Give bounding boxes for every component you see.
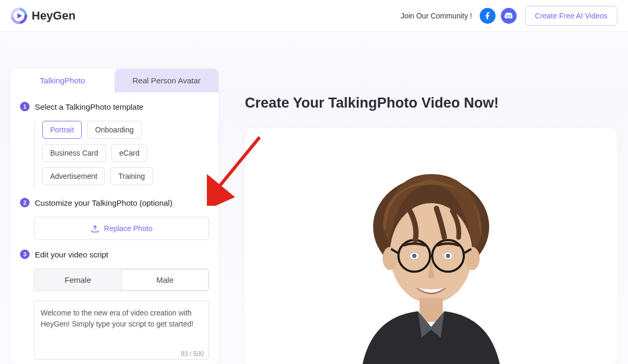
step-1-title: Select a TalkingPhoto template [35, 102, 144, 111]
preview-column: Create Your TalkingPhoto Video Now! [245, 42, 617, 364]
template-training[interactable]: Training [110, 167, 153, 185]
step-2-header: 2 Customize your TalkingPhoto (optional) [20, 198, 209, 207]
step-2-title: Customize your TalkingPhoto (optional) [35, 198, 173, 207]
main-content: TalkingPhoto Real Person Avatar 1 Select… [0, 32, 628, 364]
step-3-header: 3 Edit your video script [20, 250, 209, 259]
step-3-badge: 3 [20, 250, 30, 259]
discord-button[interactable] [501, 8, 517, 24]
upload-icon [90, 224, 100, 233]
svg-point-2 [390, 203, 472, 303]
replace-photo-label: Replace Photo [104, 224, 153, 233]
template-business-card[interactable]: Business Card [42, 144, 106, 162]
template-ecard[interactable]: eCard [111, 144, 147, 162]
photo-preview [245, 128, 617, 364]
config-panel: TalkingPhoto Real Person Avatar 1 Select… [11, 69, 218, 364]
avatar-image [326, 153, 537, 364]
brand-name: HeyGen [32, 9, 75, 23]
page-headline: Create Your TalkingPhoto Video Now! [245, 95, 617, 111]
step-1-header: 1 Select a TalkingPhoto template [20, 102, 209, 111]
panel-tabs: TalkingPhoto Real Person Avatar [11, 69, 218, 92]
voice-male[interactable]: Male [121, 269, 208, 291]
svg-marker-0 [17, 13, 22, 18]
step-3-title: Edit your video script [35, 250, 108, 259]
join-community-text: Join Our Community ! [401, 12, 472, 20]
step-1-badge: 1 [20, 102, 30, 111]
template-portrait[interactable]: Portrait [42, 121, 82, 139]
tab-talking-photo[interactable]: TalkingPhoto [11, 69, 115, 92]
step-2-badge: 2 [20, 198, 30, 207]
script-wrapper: 93 / 500 [34, 301, 209, 362]
replace-photo-button[interactable]: Replace Photo [34, 217, 209, 240]
voice-gender-toggle: Female Male [34, 269, 209, 291]
tab-real-person-avatar[interactable]: Real Person Avatar [115, 69, 218, 92]
template-chipset: Portrait Onboarding Business Card eCard … [34, 121, 209, 188]
facebook-button[interactable] [480, 8, 496, 24]
facebook-icon [483, 12, 492, 20]
template-onboarding[interactable]: Onboarding [87, 121, 141, 139]
template-advertisement[interactable]: Advertisement [42, 167, 105, 185]
create-free-videos-button[interactable]: Create Free AI Videos [525, 6, 617, 26]
script-char-counter: 93 / 500 [181, 350, 204, 358]
brand-logo[interactable]: HeyGen [11, 7, 75, 24]
voice-female[interactable]: Female [34, 269, 121, 291]
svg-point-13 [446, 254, 450, 258]
discord-icon [504, 11, 513, 21]
logo-icon [11, 7, 27, 24]
app-header: HeyGen Join Our Community ! Create Free … [0, 0, 628, 32]
svg-point-12 [412, 254, 416, 258]
